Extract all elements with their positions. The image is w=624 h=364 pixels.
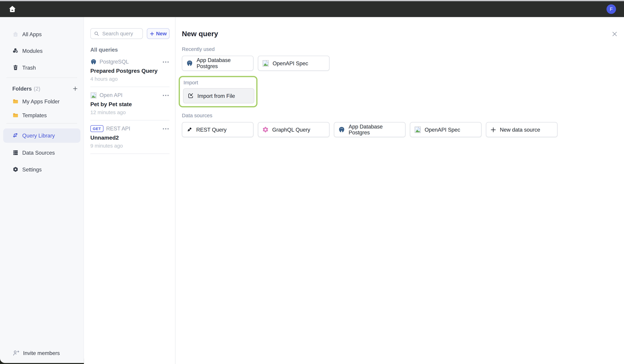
sidebar-item-all-apps[interactable]: All Apps [3,27,80,41]
card-label: App Database Postgres [349,124,401,136]
query-library-icon [12,132,19,139]
sidebar-item-my-apps-folder[interactable]: My Apps Folder [3,96,80,107]
recently-used-label: Recently used [182,46,619,52]
card-label: GraphQL Query [272,127,310,132]
folder-icon [12,98,19,105]
query-timestamp: 9 minutes ago [90,143,170,148]
sidebar-item-label: All Apps [22,31,42,37]
query-type-label: PostgreSQL [100,59,129,65]
query-title: Prepared Postgres Query [90,68,170,74]
folder-icon [12,112,19,119]
avatar[interactable]: F [606,4,616,14]
import-label: Import [183,79,253,85]
import-file-icon [187,93,194,99]
ellipsis-menu-icon[interactable] [162,60,170,63]
postgres-icon [338,126,345,133]
data-source-graphql-query[interactable]: GraphQL Query [258,122,330,137]
query-timestamp: 4 hours ago [90,76,170,82]
postgres-icon [90,59,97,65]
divider [6,123,77,124]
app: F All Apps Modules Trash [0,0,624,364]
home-icon [12,31,19,37]
invite-members-icon [12,349,19,357]
search-box[interactable] [90,28,143,39]
modules-icon [12,48,19,54]
home-icon [8,5,16,14]
folders-header: Folders (2) [3,83,80,95]
window-edge [0,0,624,1]
divider [90,153,170,154]
recently-used-app-database-postgres[interactable]: App Database Postgres [182,56,253,71]
new-data-source-button[interactable]: New data source [486,122,557,137]
folders-label: Folders [12,86,32,92]
add-folder-button[interactable] [73,86,78,91]
recently-used-openapi-spec[interactable]: OpenAPI Spec [258,56,330,71]
plus-icon [490,127,496,132]
card-label: New data source [500,127,540,132]
sidebar-item-label: Settings [22,167,42,172]
broken-image-icon [90,92,97,98]
sidebar-item-trash[interactable]: Trash [3,61,80,74]
body: All Apps Modules Trash Folders (2) [0,17,624,364]
query-type-label: Open API [100,92,123,98]
data-sources-icon [12,149,19,156]
import-from-file-button[interactable]: Import from File [183,88,254,103]
new-query-button[interactable]: New [147,28,170,39]
sidebar-item-label: Modules [22,48,43,54]
settings-icon [12,166,19,173]
sidebar-item-label: Templates [22,112,47,118]
data-sources-label: Data sources [182,113,619,119]
divider [90,87,170,87]
screen: F All Apps Modules Trash [0,0,624,364]
sidebar: All Apps Modules Trash Folders (2) [0,17,84,363]
list-header: All queries [90,47,170,53]
query-type-label: REST API [106,126,130,132]
divider [90,120,170,120]
sidebar-item-label: My Apps Folder [22,98,60,104]
search-icon [94,31,99,36]
query-timestamp: 12 minutes ago [90,109,170,115]
query-title: Pet by Pet state [90,101,170,107]
card-label: REST Query [196,127,227,132]
ellipsis-menu-icon[interactable] [162,94,170,97]
close-button[interactable] [611,30,619,38]
sidebar-item-data-sources[interactable]: Data Sources [3,146,80,160]
folders-count: (2) [34,86,40,92]
sidebar-item-query-library[interactable]: Query Library [3,128,80,143]
sidebar-item-templates[interactable]: Templates [3,109,80,121]
broken-image-icon [414,126,421,133]
divider [6,78,77,78]
invite-members-button[interactable]: Invite members [12,349,60,357]
data-source-rest-query[interactable]: REST Query [182,122,253,137]
ellipsis-menu-icon[interactable] [162,127,170,130]
import-button-label: Import from File [197,93,235,99]
sidebar-item-label: Trash [22,65,36,71]
query-list-item[interactable]: PostgreSQL Prepared Postgres Query 4 hou… [90,59,170,87]
new-query-panel: New query Recently used App Database Pos… [176,17,624,364]
method-badge: GET [90,125,103,132]
card-label: OpenAPI Spec [273,60,308,66]
broken-image-icon [262,60,269,67]
card-label: App Database Postgres [197,57,249,69]
search-input[interactable] [102,30,139,37]
page-title: New query [182,29,218,38]
sidebar-item-label: Query Library [22,133,55,139]
data-source-openapi-spec[interactable]: OpenAPI Spec [410,122,482,137]
card-label: OpenAPI Spec [425,127,460,132]
topbar: F [0,1,624,17]
rest-plug-icon [186,126,193,133]
home-button[interactable] [8,4,17,14]
sidebar-item-settings[interactable]: Settings [3,163,80,176]
data-source-app-database-postgres[interactable]: App Database Postgres [334,122,405,137]
sidebar-item-modules[interactable]: Modules [3,44,80,58]
import-highlight-box: Import Import from File [179,76,258,107]
graphql-icon [262,126,269,133]
invite-members-label: Invite members [23,350,60,356]
query-list-item[interactable]: GET REST API Unnamed2 9 minutes ago [90,125,170,154]
close-icon [612,31,618,37]
sidebar-item-label: Data Sources [22,150,55,155]
query-title: Unnamed2 [90,134,170,141]
query-list-item[interactable]: Open API Pet by Pet state 12 minutes ago [90,92,170,120]
new-query-label: New [156,31,167,37]
plus-icon [150,31,155,36]
